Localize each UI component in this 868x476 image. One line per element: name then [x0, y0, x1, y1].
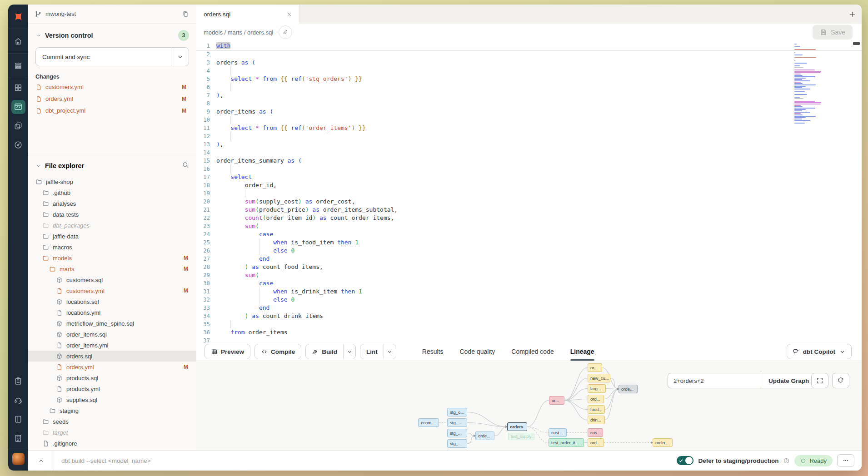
lineage-panel[interactable]: ecom....stg_o...stg_...stg_...stg_...ord…	[196, 361, 862, 451]
lineage-node-ordy[interactable]: ord...	[588, 438, 604, 447]
lineage-node-stg3[interactable]: stg_...	[447, 429, 467, 437]
tree-item-customers-yml[interactable]: customers.ymlM	[28, 285, 196, 296]
sidebar-item-ide[interactable]	[8, 97, 28, 116]
refresh-graph-button[interactable]	[832, 373, 849, 388]
code-line-35[interactable]: 35	[196, 320, 862, 328]
lineage-node-y6[interactable]: drin...	[588, 416, 605, 424]
sidebar-item-support[interactable]	[8, 391, 28, 410]
scrollbar-thumb[interactable]	[853, 42, 860, 45]
lineage-node-cust[interactable]: cust...	[549, 428, 567, 437]
code-line-30[interactable]: 30 case	[196, 279, 862, 288]
tree-item-data-tests[interactable]: data-tests	[28, 209, 196, 220]
code-line-22[interactable]: 22 count(order_item_id) as count_order_i…	[196, 214, 862, 222]
more-options-button[interactable]	[837, 454, 854, 467]
code-line-11[interactable]: 11 select * from {{ ref('order_items') }…	[196, 124, 862, 132]
code-line-32[interactable]: 32 else 0	[196, 296, 862, 304]
tree-item-order-items-yml[interactable]: order_items.yml	[28, 340, 196, 351]
copy-link-icon[interactable]	[279, 25, 292, 39]
commit-and-sync-button[interactable]: Commit and sync	[35, 47, 189, 66]
tree-item-staging[interactable]: staging	[28, 405, 196, 416]
tree-item-customers-sql[interactable]: customers.sql	[28, 274, 196, 285]
lineage-node-stg1[interactable]: stg_o...	[447, 408, 467, 416]
tab-results[interactable]: Results	[422, 342, 444, 361]
changed-file-orders.yml[interactable]: orders.ymlM	[35, 94, 189, 104]
tab-lineage[interactable]: Lineage	[570, 342, 594, 361]
lineage-node-tsup[interactable]: test_supply...	[508, 433, 534, 440]
sidebar-item-organization[interactable]	[8, 429, 28, 448]
copy-document-icon[interactable]	[181, 10, 190, 19]
lint-options-caret[interactable]	[384, 344, 396, 359]
code-line-27[interactable]: 27 end	[196, 255, 862, 263]
code-line-13[interactable]: 13),	[196, 140, 862, 149]
save-button[interactable]: Save	[813, 25, 853, 40]
code-line-29[interactable]: 29 sum(	[196, 271, 862, 279]
lineage-node-y1[interactable]: or...	[588, 363, 602, 372]
code-line-8[interactable]: 8	[196, 99, 862, 108]
tab-code-quality[interactable]: Code quality	[460, 342, 495, 361]
fullscreen-button[interactable]	[811, 373, 828, 388]
tree-item-jaffle-shop[interactable]: jaffle-shop	[28, 176, 196, 187]
code-line-36[interactable]: 36 from order_items	[196, 328, 862, 337]
tree-item-marts[interactable]: martsM	[28, 263, 196, 274]
code-line-31[interactable]: 31 when is_drink_item then 1	[196, 288, 862, 296]
changed-file-customers.yml[interactable]: customers.ymlM	[35, 82, 189, 92]
tree-item-products-sql[interactable]: products.sql	[28, 372, 196, 383]
code-editor[interactable]: 1with23orders as (45 select * from {{ re…	[196, 41, 862, 342]
tree-item-analyses[interactable]: analyses	[28, 198, 196, 209]
code-line-2[interactable]: 2	[196, 50, 862, 59]
commit-options-caret[interactable]	[171, 48, 189, 66]
code-line-18[interactable]: 18 order_id,	[196, 181, 862, 189]
expand-command-bar-icon[interactable]	[28, 451, 54, 471]
build-options-caret[interactable]	[343, 344, 355, 359]
tree-item-order-items-sql[interactable]: order_items.sql	[28, 329, 196, 340]
dbt-command-input[interactable]	[54, 457, 677, 464]
update-graph-button[interactable]: Update Graph	[761, 373, 817, 388]
lineage-node-y2[interactable]: new_cu...	[588, 374, 610, 382]
dbt-copilot-button[interactable]: dbt Copilot	[787, 344, 852, 359]
sidebar-item-home[interactable]	[8, 29, 28, 53]
sidebar-item-dashboard[interactable]	[8, 78, 28, 97]
tree-item-macros[interactable]: macros	[28, 242, 196, 253]
tree-item-target[interactable]: target	[28, 427, 196, 438]
code-line-15[interactable]: 15order_items_summary as (	[196, 157, 862, 165]
code-line-19[interactable]: 19	[196, 189, 862, 198]
code-line-10[interactable]: 10	[196, 116, 862, 124]
preview-button[interactable]: Preview	[205, 344, 250, 359]
help-icon[interactable]	[783, 457, 790, 464]
lineage-node-y3[interactable]: larg...	[588, 384, 606, 393]
tree-item-supplies-sql[interactable]: supplies.sql	[28, 394, 196, 405]
code-line-1[interactable]: 1with	[196, 42, 862, 50]
search-icon[interactable]	[182, 161, 189, 170]
tab-compiled-code[interactable]: Compiled code	[511, 342, 554, 361]
lineage-node-orde1[interactable]: orde...	[475, 431, 494, 440]
tree-item-metricflow-time-spine-sql[interactable]: metricflow_time_spine.sql	[28, 318, 196, 329]
code-line-26[interactable]: 26 else 0	[196, 247, 862, 255]
tree-item-dbt-packages[interactable]: dbt_packages	[28, 220, 196, 231]
sidebar-item-environments[interactable]	[8, 54, 28, 78]
lineage-node-orders[interactable]: orders	[507, 422, 527, 431]
tree-item-jaffle-data[interactable]: jaffle-data	[28, 231, 196, 242]
code-line-28[interactable]: 28 ) as count_food_items,	[196, 263, 862, 271]
lint-button[interactable]: Lint	[360, 344, 396, 359]
lineage-node-orp[interactable]: or...	[549, 396, 564, 405]
code-line-14[interactable]: 14	[196, 149, 862, 157]
code-line-12[interactable]: 12	[196, 132, 862, 140]
sidebar-item-tasks[interactable]	[8, 372, 28, 391]
code-line-4[interactable]: 4	[196, 67, 862, 75]
code-line-9[interactable]: 9order_items as (	[196, 108, 862, 116]
code-line-6[interactable]: 6	[196, 83, 862, 91]
tree-item-locations-yml[interactable]: locations.yml	[28, 307, 196, 318]
changed-file-dbt_project.yml[interactable]: dbt_project.ymlM	[35, 106, 189, 115]
code-line-33[interactable]: 33 end	[196, 304, 862, 312]
code-line-16[interactable]: 16	[196, 165, 862, 173]
compile-button[interactable]: Compile	[254, 344, 301, 359]
code-line-3[interactable]: 3orders as (	[196, 59, 862, 67]
lineage-node-cusp[interactable]: cus...	[588, 428, 603, 437]
code-line-34[interactable]: 34 ) as count_drink_items	[196, 312, 862, 320]
sidebar-item-explore[interactable]	[8, 135, 28, 154]
code-line-21[interactable]: 21 sum(product_price) as order_items_sub…	[196, 206, 862, 214]
tree-item-locations-sql[interactable]: locations.sql	[28, 296, 196, 307]
tree-item-models[interactable]: modelsM	[28, 253, 196, 263]
lineage-selector-input[interactable]	[668, 373, 761, 388]
code-line-24[interactable]: 24 case	[196, 230, 862, 238]
